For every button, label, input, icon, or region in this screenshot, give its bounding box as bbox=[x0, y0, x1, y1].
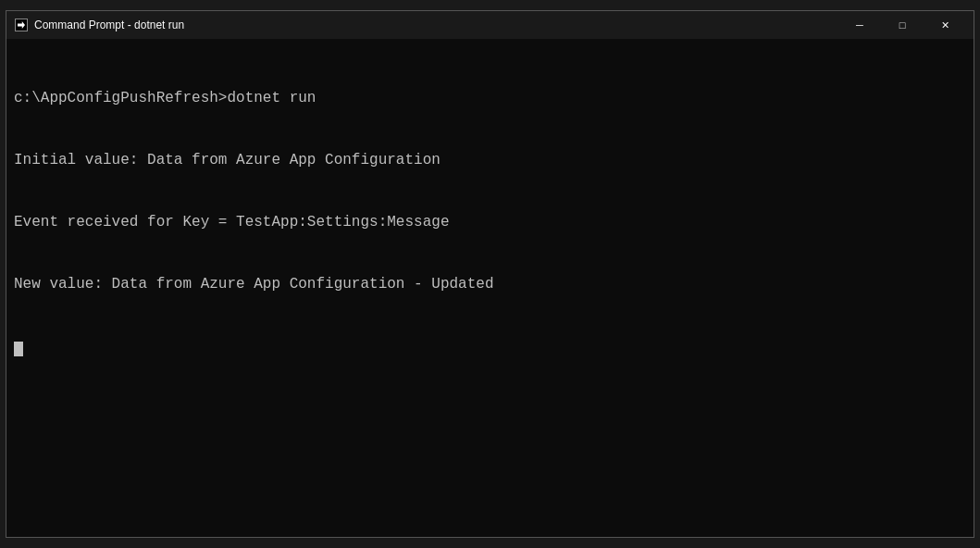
terminal-line-3: New value: Data from Azure App Configura… bbox=[14, 274, 966, 294]
title-bar: Command Prompt - dotnet run ─ □ ✕ bbox=[6, 11, 974, 39]
minimize-button[interactable]: ─ bbox=[838, 11, 881, 39]
cursor bbox=[14, 342, 23, 356]
maximize-button[interactable]: □ bbox=[881, 11, 924, 39]
close-button[interactable]: ✕ bbox=[924, 11, 966, 39]
cmd-app-icon bbox=[14, 18, 29, 32]
cursor-line bbox=[14, 338, 966, 358]
terminal-body: c:\AppConfigPushRefresh>dotnet run Initi… bbox=[6, 39, 974, 537]
terminal-line-0: c:\AppConfigPushRefresh>dotnet run bbox=[14, 88, 966, 108]
terminal-content: c:\AppConfigPushRefresh>dotnet run Initi… bbox=[14, 46, 966, 401]
window-title: Command Prompt - dotnet run bbox=[34, 19, 184, 31]
terminal-line-2: Event received for Key = TestApp:Setting… bbox=[14, 212, 966, 232]
title-bar-controls: ─ □ ✕ bbox=[838, 11, 966, 39]
terminal-line-1: Initial value: Data from Azure App Confi… bbox=[14, 150, 966, 170]
window: Command Prompt - dotnet run ─ □ ✕ c:\App… bbox=[6, 10, 974, 538]
title-bar-left: Command Prompt - dotnet run bbox=[14, 18, 184, 32]
